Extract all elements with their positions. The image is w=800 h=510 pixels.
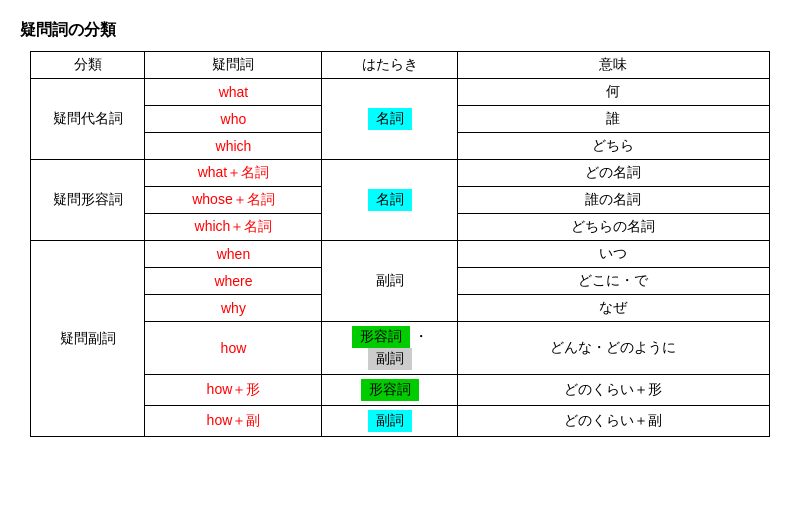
meaning-how-adj: どのくらい＋形 (457, 375, 769, 406)
word-why: why (145, 295, 322, 322)
badge-noun-pronoun: 名詞 (368, 108, 412, 130)
meaning-why: なぜ (457, 295, 769, 322)
badge-adverb-how: 副詞 (368, 348, 412, 370)
word-text: how＋形 (207, 381, 261, 397)
word-text: why (221, 300, 246, 316)
word-text: what＋名詞 (198, 164, 270, 180)
function-how-adj: 形容詞 (322, 375, 457, 406)
category-adverb: 疑問副詞 (31, 241, 145, 437)
page-title: 疑問詞の分類 (20, 20, 780, 41)
badge-adjective-how-adj: 形容詞 (361, 379, 419, 401)
category-adjective: 疑問形容詞 (31, 160, 145, 241)
badge-noun-adjective: 名詞 (368, 189, 412, 211)
word-text: what (219, 84, 249, 100)
word-which-noun: which＋名詞 (145, 214, 322, 241)
word-text: where (214, 273, 252, 289)
table-row: 疑問副詞 when 副詞 いつ (31, 241, 770, 268)
word-text: how (221, 340, 247, 356)
function-pronoun: 名詞 (322, 79, 457, 160)
word-how: how (145, 322, 322, 375)
word-what: what (145, 79, 322, 106)
category-pronoun: 疑問代名詞 (31, 79, 145, 160)
meaning-how: どんな・どのように (457, 322, 769, 375)
main-table: 分類 疑問詞 はたらき 意味 疑問代名詞 what 名詞 何 who 誰 whi… (30, 51, 770, 437)
word-whose-noun: whose＋名詞 (145, 187, 322, 214)
word-which: which (145, 133, 322, 160)
word-what-noun: what＋名詞 (145, 160, 322, 187)
meaning-what: 何 (457, 79, 769, 106)
function-adverb-basic: 副詞 (322, 241, 457, 322)
header-function: はたらき (322, 52, 457, 79)
word-text: which＋名詞 (195, 218, 273, 234)
table-row: 疑問形容詞 what＋名詞 名詞 どの名詞 (31, 160, 770, 187)
table-row: 疑問代名詞 what 名詞 何 (31, 79, 770, 106)
meaning-who: 誰 (457, 106, 769, 133)
word-how-adv: how＋副 (145, 406, 322, 437)
meaning-what-noun: どの名詞 (457, 160, 769, 187)
meaning-where: どこに・で (457, 268, 769, 295)
word-text: how＋副 (207, 412, 261, 428)
header-meaning: 意味 (457, 52, 769, 79)
meaning-whose-noun: 誰の名詞 (457, 187, 769, 214)
badge-adjective-how: 形容詞 (352, 326, 410, 348)
meaning-which-noun: どちらの名詞 (457, 214, 769, 241)
word-text: when (217, 246, 250, 262)
badge-adverb-how-adv: 副詞 (368, 410, 412, 432)
function-how: 形容詞 ・ 副詞 (322, 322, 457, 375)
word-where: where (145, 268, 322, 295)
meaning-how-adv: どのくらい＋副 (457, 406, 769, 437)
word-text: who (221, 111, 247, 127)
meaning-which: どちら (457, 133, 769, 160)
header-word: 疑問詞 (145, 52, 322, 79)
function-how-adv: 副詞 (322, 406, 457, 437)
function-adjective: 名詞 (322, 160, 457, 241)
word-when: when (145, 241, 322, 268)
word-how-adj: how＋形 (145, 375, 322, 406)
header-row: 分類 疑問詞 はたらき 意味 (31, 52, 770, 79)
header-category: 分類 (31, 52, 145, 79)
word-who: who (145, 106, 322, 133)
meaning-when: いつ (457, 241, 769, 268)
word-text: whose＋名詞 (192, 191, 274, 207)
word-text: which (216, 138, 252, 154)
